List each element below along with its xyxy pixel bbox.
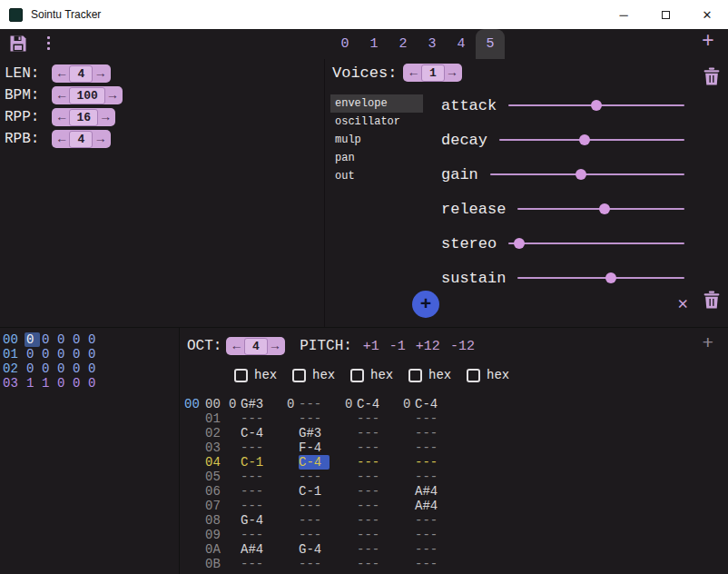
note-cell[interactable]: ---: [241, 411, 271, 426]
note-cell[interactable]: C-4: [357, 397, 388, 411]
len-decrement-button[interactable]: ←: [54, 67, 69, 80]
note-cell[interactable]: A#4: [415, 484, 446, 499]
hex-checkbox[interactable]: [350, 369, 364, 382]
note-cell[interactable]: ---: [357, 499, 388, 513]
note-cell[interactable]: ---: [299, 397, 330, 411]
menu-kebab-icon[interactable]: [44, 36, 52, 53]
note-cell[interactable]: ---: [299, 557, 330, 571]
order-cell[interactable]: 0: [86, 332, 102, 347]
note-cell[interactable]: ---: [415, 455, 446, 470]
note-cell[interactable]: ---: [415, 470, 446, 484]
rpp-decrement-button[interactable]: ←: [54, 111, 69, 124]
hex-checkbox[interactable]: [292, 369, 306, 382]
note-cell[interactable]: ---: [357, 411, 388, 426]
note-cell[interactable]: C-1: [299, 484, 330, 499]
note-cell[interactable]: C-4: [241, 426, 271, 440]
note-cell[interactable]: ---: [241, 470, 271, 484]
voices-increment-button[interactable]: →: [445, 66, 459, 79]
order-cell[interactable]: 0: [86, 347, 102, 361]
unit-item-envelope[interactable]: envelope: [330, 94, 423, 113]
add-track-button[interactable]: +: [702, 333, 713, 354]
note-cell[interactable]: ---: [357, 557, 388, 571]
delete-instrument-button[interactable]: [703, 67, 720, 85]
rpp-increment-button[interactable]: →: [98, 111, 113, 124]
param-slider-decay[interactable]: [499, 139, 684, 141]
note-cell[interactable]: F-4: [299, 440, 330, 455]
order-cell[interactable]: 0: [71, 332, 86, 347]
note-cell[interactable]: ---: [241, 528, 271, 542]
tab-instrument-5[interactable]: 5: [476, 29, 505, 59]
note-cell[interactable]: ---: [357, 470, 388, 484]
note-cell[interactable]: ---: [357, 455, 388, 470]
note-cell[interactable]: A#4: [415, 499, 446, 513]
slider-knob[interactable]: [591, 100, 602, 111]
order-cell[interactable]: 0: [25, 332, 40, 347]
order-cell[interactable]: 0: [25, 361, 40, 376]
note-cell[interactable]: ---: [299, 513, 330, 528]
pitch-button-+12[interactable]: +12: [416, 339, 440, 354]
pattern-number-header[interactable]: 0: [345, 397, 357, 411]
param-slider-attack[interactable]: [508, 104, 684, 106]
unit-item-out[interactable]: out: [330, 167, 423, 185]
pattern-number-header[interactable]: 0: [229, 397, 241, 411]
note-cell[interactable]: ---: [357, 426, 388, 440]
note-cell[interactable]: ---: [357, 513, 388, 528]
order-cell[interactable]: 0: [55, 332, 71, 347]
note-cell[interactable]: ---: [415, 440, 446, 455]
pitch-button--1[interactable]: -1: [389, 339, 406, 354]
order-cell[interactable]: 0: [55, 376, 71, 391]
note-cell[interactable]: ---: [299, 528, 330, 542]
voices-decrement-button[interactable]: ←: [406, 66, 420, 79]
note-cell[interactable]: G#3: [241, 397, 271, 411]
order-cell[interactable]: 0: [86, 361, 102, 376]
note-cell[interactable]: ---: [299, 470, 330, 484]
note-cell[interactable]: ---: [299, 499, 330, 513]
minimize-button[interactable]: ─: [603, 0, 644, 29]
note-cell[interactable]: ---: [241, 499, 271, 513]
slider-knob[interactable]: [514, 238, 525, 249]
note-cell[interactable]: ---: [415, 557, 446, 571]
order-cell[interactable]: 0: [55, 361, 71, 376]
slider-knob[interactable]: [599, 203, 610, 214]
note-cell[interactable]: ---: [415, 528, 446, 542]
slider-knob[interactable]: [579, 134, 590, 145]
note-cell[interactable]: ---: [415, 513, 446, 528]
oct-decrement-button[interactable]: ←: [229, 340, 243, 352]
order-cell[interactable]: 1: [40, 376, 55, 391]
unit-item-oscillator[interactable]: oscillator: [330, 113, 423, 131]
note-cell[interactable]: C-4: [299, 455, 330, 470]
save-button[interactable]: [9, 35, 27, 53]
note-cell[interactable]: ---: [357, 528, 388, 542]
order-cell[interactable]: 0: [40, 347, 55, 361]
unit-item-pan[interactable]: pan: [330, 149, 423, 167]
order-cell[interactable]: 0: [40, 361, 55, 376]
unit-item-mulp[interactable]: mulp: [330, 131, 423, 149]
slider-knob[interactable]: [576, 169, 586, 180]
order-cell[interactable]: 0: [40, 332, 55, 347]
order-cell[interactable]: 1: [25, 376, 40, 391]
tab-instrument-1[interactable]: 1: [359, 29, 389, 59]
hex-checkbox[interactable]: [408, 369, 422, 382]
add-unit-button[interactable]: +: [412, 291, 439, 318]
note-cell[interactable]: ---: [241, 440, 271, 455]
order-cell[interactable]: 0: [71, 347, 86, 361]
close-button[interactable]: ✕: [686, 0, 728, 29]
param-slider-stereo[interactable]: [508, 242, 684, 244]
pitch-button--12[interactable]: -12: [450, 339, 475, 354]
tab-instrument-3[interactable]: 3: [418, 29, 447, 59]
add-instrument-button[interactable]: +: [695, 30, 721, 54]
note-cell[interactable]: ---: [415, 426, 446, 440]
note-cell[interactable]: ---: [415, 542, 446, 557]
rpb-decrement-button[interactable]: ←: [54, 133, 69, 145]
pattern-number-header[interactable]: 0: [287, 397, 299, 411]
bpm-decrement-button[interactable]: ←: [54, 89, 69, 102]
hex-checkbox[interactable]: [467, 369, 480, 382]
order-cell[interactable]: 0: [55, 347, 71, 361]
param-slider-release[interactable]: [517, 208, 684, 210]
bpm-increment-button[interactable]: →: [105, 89, 120, 102]
note-cell[interactable]: ---: [299, 411, 330, 426]
order-cell[interactable]: 0: [86, 376, 102, 391]
order-cell[interactable]: 0: [71, 376, 86, 391]
param-slider-sustain[interactable]: [517, 277, 684, 279]
note-cell[interactable]: ---: [415, 411, 446, 426]
